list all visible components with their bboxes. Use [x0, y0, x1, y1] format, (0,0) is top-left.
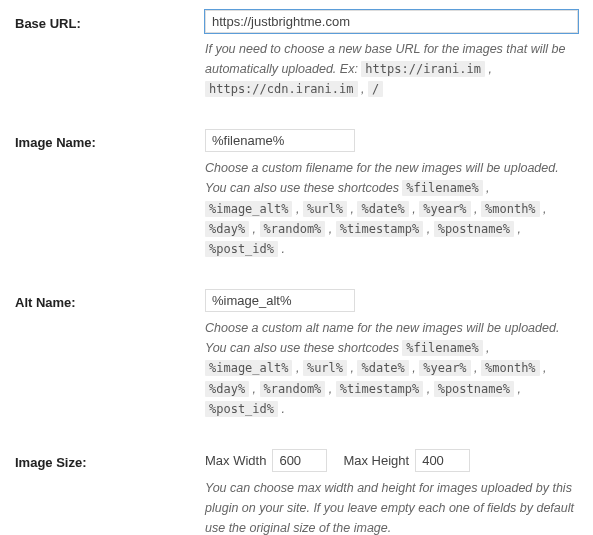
- alt-name-desc: Choose a custom alt name for the new ima…: [205, 318, 578, 419]
- image-size-desc: You can choose max width and height for …: [205, 478, 578, 535]
- image-name-desc: Choose a custom filename for the new ima…: [205, 158, 578, 259]
- image-name-input[interactable]: [205, 129, 355, 152]
- max-height-label: Max Height: [343, 453, 409, 468]
- base-url-desc: If you need to choose a new base URL for…: [205, 39, 578, 99]
- image-size-label: Image Size:: [15, 449, 205, 470]
- alt-name-label: Alt Name:: [15, 289, 205, 310]
- image-name-label: Image Name:: [15, 129, 205, 150]
- base-url-label: Base URL:: [15, 10, 205, 31]
- base-url-input[interactable]: [205, 10, 578, 33]
- max-width-input[interactable]: [272, 449, 327, 472]
- max-height-input[interactable]: [415, 449, 470, 472]
- max-width-label: Max Width: [205, 453, 266, 468]
- alt-name-input[interactable]: [205, 289, 355, 312]
